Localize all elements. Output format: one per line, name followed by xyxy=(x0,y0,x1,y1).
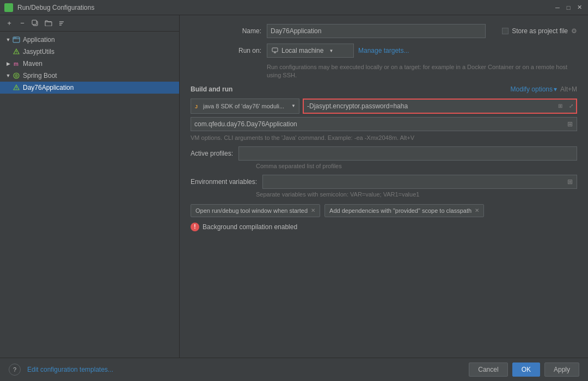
springboot-expand-arrow[interactable]: ▼ xyxy=(4,72,12,79)
active-profiles-label: Active profiles: xyxy=(191,150,233,157)
application-icon xyxy=(12,35,21,44)
window-controls: ─ □ ✕ xyxy=(553,3,584,12)
tag-add-dependencies-close[interactable]: ✕ xyxy=(475,207,479,213)
sdk-dropdown[interactable]: J java 8 SDK of 'day76' moduli... ▼ xyxy=(191,99,299,114)
close-button[interactable]: ✕ xyxy=(575,3,584,12)
vm-options-actions: ⊞ ⤢ xyxy=(555,101,576,111)
folder-config-button[interactable] xyxy=(42,17,54,29)
maven-icon: m xyxy=(12,59,21,68)
vm-options-container: ⊞ ⤢ xyxy=(303,99,577,114)
jasyptutils-icon xyxy=(12,47,21,56)
modify-options-button[interactable]: Modify options ▾ Alt+M xyxy=(511,85,577,93)
svg-point-13 xyxy=(16,53,16,53)
svg-text:J: J xyxy=(195,104,198,109)
modify-options-shortcut: Alt+M xyxy=(560,85,577,93)
remove-config-button[interactable]: − xyxy=(16,17,28,29)
main-content: + − xyxy=(0,15,588,358)
application-expand-arrow[interactable]: ▼ xyxy=(4,36,12,44)
expand-button[interactable]: ⊞ xyxy=(555,101,565,111)
sdk-chevron: ▼ xyxy=(291,103,296,108)
copy-config-button[interactable] xyxy=(29,17,41,29)
maven-expand-arrow[interactable]: ▶ xyxy=(4,60,12,67)
sidebar-item-maven[interactable]: ▶ m Maven xyxy=(0,58,179,70)
store-project-checkbox[interactable] xyxy=(502,28,509,34)
springboot-icon xyxy=(12,71,21,80)
sidebar: + − xyxy=(0,15,180,358)
local-machine-label: Local machine xyxy=(281,47,323,54)
profiles-hint: Comma separated list of profiles xyxy=(256,163,577,169)
day76application-label: Day76Application xyxy=(23,84,74,91)
springboot-label: Spring Boot xyxy=(23,72,57,79)
sort-config-button[interactable] xyxy=(56,17,68,29)
tag-open-tool-window-close[interactable]: ✕ xyxy=(311,207,315,213)
svg-point-9 xyxy=(14,38,15,39)
sdk-vm-row: J java 8 SDK of 'day76' moduli... ▼ ⊞ ⤢ xyxy=(191,99,577,114)
vm-options-input[interactable] xyxy=(303,99,577,114)
run-on-row: Run on: Local machine ▼ xyxy=(191,44,577,58)
ok-button[interactable]: OK xyxy=(512,362,540,377)
fullscreen-button[interactable]: ⤢ xyxy=(566,101,576,111)
jasyptutils-label: JasyptUtils xyxy=(23,48,54,56)
name-input[interactable] xyxy=(267,24,486,38)
sidebar-item-jasyptutils[interactable]: JasyptUtils xyxy=(0,46,179,58)
svg-point-18 xyxy=(16,89,16,89)
bottom-right: Cancel OK Apply xyxy=(469,362,579,377)
store-checkbox-row: Store as project file ⚙ xyxy=(502,27,577,35)
active-profiles-row: Active profiles: xyxy=(191,146,577,161)
hint-text: Run configurations may be executed local… xyxy=(267,63,577,80)
day76application-icon xyxy=(12,83,21,92)
manage-targets-link[interactable]: Manage targets... xyxy=(358,47,409,54)
sidebar-toolbar: + − xyxy=(0,15,179,32)
vm-hint: VM options. CLI arguments to the 'Java' … xyxy=(191,134,577,141)
add-config-button[interactable]: + xyxy=(3,17,15,29)
main-layout: + − xyxy=(0,15,588,381)
sidebar-item-application[interactable]: ▼ Application xyxy=(0,34,179,46)
main-class-row: ⊞ xyxy=(191,117,577,131)
warning-text: Background compilation enabled xyxy=(203,223,297,231)
bottom-panel: ? Edit configuration templates... Cancel… xyxy=(0,358,588,381)
maximize-button[interactable]: □ xyxy=(564,3,573,12)
env-vars-container: ⊞ xyxy=(262,175,577,189)
env-vars-label: Environment variables: xyxy=(191,178,257,186)
config-scroll: Name: Store as project file ⚙ xyxy=(180,15,588,358)
tag-add-dependencies-label: Add dependencies with "provided" scope t… xyxy=(329,207,471,214)
svg-rect-1 xyxy=(8,8,10,10)
help-button[interactable]: ? xyxy=(9,364,21,376)
run-on-label: Run on: xyxy=(191,47,261,54)
main-class-input[interactable] xyxy=(191,117,577,131)
store-gear-icon[interactable]: ⚙ xyxy=(571,27,577,35)
edit-templates-link[interactable]: Edit configuration templates... xyxy=(27,366,113,373)
name-row: Name: Store as project file ⚙ xyxy=(191,24,577,38)
env-hint: Separate variables with semicolon: VAR=v… xyxy=(256,191,577,198)
run-on-container: Local machine ▼ Manage targets... xyxy=(267,44,577,58)
config-content: Name: Store as project file ⚙ xyxy=(180,15,588,245)
local-machine-dropdown[interactable]: Local machine ▼ xyxy=(267,44,354,58)
warning-icon: ! xyxy=(191,223,199,231)
env-vars-input[interactable] xyxy=(262,175,577,189)
env-vars-action[interactable]: ⊞ xyxy=(564,176,576,188)
svg-point-10 xyxy=(15,38,16,39)
java-icon: J xyxy=(194,103,201,109)
sidebar-item-day76application[interactable]: Day76Application xyxy=(0,82,179,94)
svg-text:m: m xyxy=(14,61,19,67)
title-bar-left: Run/Debug Configurations xyxy=(4,3,94,12)
dropdown-arrow: ▼ xyxy=(329,48,333,53)
modify-options-label: Modify options xyxy=(511,85,553,93)
tag-open-tool-window-label: Open run/debug tool window when started xyxy=(195,207,308,214)
tag-add-dependencies: Add dependencies with "provided" scope t… xyxy=(324,204,484,217)
minimize-button[interactable]: ─ xyxy=(553,3,562,12)
modify-options-arrow: ▾ xyxy=(554,85,557,93)
cancel-button[interactable]: Cancel xyxy=(469,362,507,377)
build-run-header: Build and run Modify options ▾ Alt+M xyxy=(191,85,577,93)
store-label: Store as project file xyxy=(512,27,568,35)
active-profiles-input[interactable] xyxy=(238,146,577,161)
tags-row: Open run/debug tool window when started … xyxy=(191,204,577,217)
apply-button[interactable]: Apply xyxy=(544,362,579,377)
svg-rect-19 xyxy=(272,48,278,52)
title-bar: Run/Debug Configurations ─ □ ✕ xyxy=(0,0,588,15)
main-class-action[interactable]: ⊞ xyxy=(564,118,576,130)
window-title: Run/Debug Configurations xyxy=(17,4,94,11)
name-row-right: Store as project file ⚙ xyxy=(267,24,577,38)
warning-row: ! Background compilation enabled xyxy=(191,223,577,231)
sidebar-item-springboot[interactable]: ▼ Spring Boot xyxy=(0,70,179,82)
